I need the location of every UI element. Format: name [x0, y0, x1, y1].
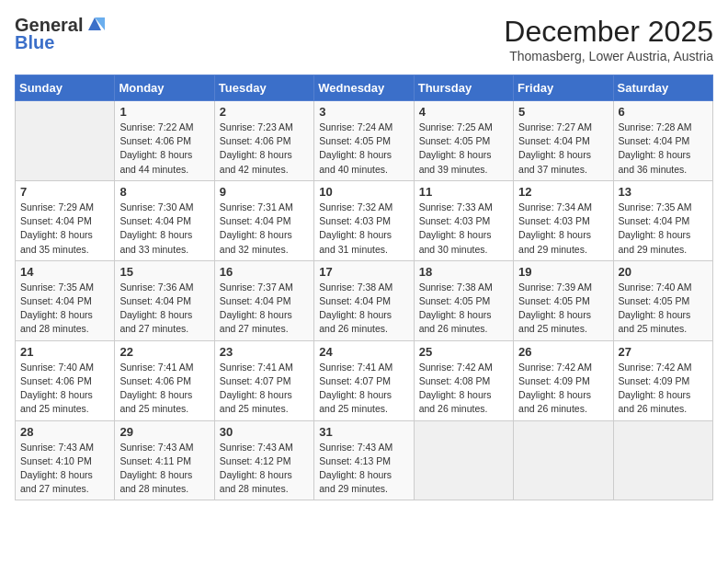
calendar-week-row: 14Sunrise: 7:35 AM Sunset: 4:04 PM Dayli… [16, 260, 713, 340]
calendar-cell: 2Sunrise: 7:23 AM Sunset: 4:06 PM Daylig… [214, 101, 313, 181]
header-saturday: Saturday [613, 75, 712, 101]
calendar-cell: 6Sunrise: 7:28 AM Sunset: 4:04 PM Daylig… [613, 101, 712, 181]
cell-content: Sunrise: 7:43 AM Sunset: 4:11 PM Dayligh… [119, 441, 209, 497]
calendar-cell [514, 420, 613, 500]
logo: General Blue [15, 15, 105, 53]
cell-content: Sunrise: 7:22 AM Sunset: 4:06 PM Dayligh… [119, 121, 209, 177]
calendar-cell: 1Sunrise: 7:22 AM Sunset: 4:06 PM Daylig… [115, 101, 214, 181]
calendar-cell: 25Sunrise: 7:42 AM Sunset: 4:08 PM Dayli… [414, 340, 513, 420]
cell-content: Sunrise: 7:33 AM Sunset: 4:03 PM Dayligh… [419, 201, 508, 257]
title-area: December 2025 Thomasberg, Lower Austria,… [504, 15, 713, 63]
calendar-cell: 5Sunrise: 7:27 AM Sunset: 4:04 PM Daylig… [514, 101, 613, 181]
calendar-cell: 17Sunrise: 7:38 AM Sunset: 4:04 PM Dayli… [314, 260, 414, 340]
header-sunday: Sunday [16, 75, 115, 101]
cell-content: Sunrise: 7:32 AM Sunset: 4:03 PM Dayligh… [319, 201, 408, 257]
calendar-cell: 29Sunrise: 7:43 AM Sunset: 4:11 PM Dayli… [115, 420, 214, 500]
cell-content: Sunrise: 7:24 AM Sunset: 4:05 PM Dayligh… [319, 121, 408, 177]
calendar-cell: 7Sunrise: 7:29 AM Sunset: 4:04 PM Daylig… [16, 180, 115, 260]
cell-content: Sunrise: 7:42 AM Sunset: 4:09 PM Dayligh… [518, 361, 608, 417]
day-number: 26 [518, 345, 608, 359]
day-number: 28 [20, 425, 109, 439]
day-number: 8 [119, 185, 209, 199]
cell-content: Sunrise: 7:43 AM Sunset: 4:12 PM Dayligh… [220, 441, 309, 497]
cell-content: Sunrise: 7:23 AM Sunset: 4:06 PM Dayligh… [220, 121, 309, 177]
day-number: 16 [220, 265, 309, 279]
cell-content: Sunrise: 7:43 AM Sunset: 4:13 PM Dayligh… [319, 441, 408, 497]
cell-content: Sunrise: 7:37 AM Sunset: 4:04 PM Dayligh… [220, 281, 309, 337]
header-wednesday: Wednesday [314, 75, 414, 101]
day-number: 9 [220, 185, 309, 199]
calendar-cell: 18Sunrise: 7:38 AM Sunset: 4:05 PM Dayli… [414, 260, 513, 340]
cell-content: Sunrise: 7:38 AM Sunset: 4:04 PM Dayligh… [319, 281, 408, 337]
day-number: 6 [619, 105, 708, 119]
calendar-cell: 24Sunrise: 7:41 AM Sunset: 4:07 PM Dayli… [314, 340, 414, 420]
day-number: 11 [419, 185, 508, 199]
header-tuesday: Tuesday [214, 75, 313, 101]
cell-content: Sunrise: 7:41 AM Sunset: 4:06 PM Dayligh… [119, 361, 209, 417]
calendar-week-row: 28Sunrise: 7:43 AM Sunset: 4:10 PM Dayli… [16, 420, 713, 500]
calendar-cell [16, 101, 115, 181]
day-number: 21 [20, 345, 109, 359]
header-monday: Monday [115, 75, 214, 101]
calendar-table: SundayMondayTuesdayWednesdayThursdayFrid… [15, 75, 713, 500]
header-thursday: Thursday [414, 75, 513, 101]
day-number: 19 [518, 265, 608, 279]
day-number: 27 [619, 345, 708, 359]
calendar-cell: 16Sunrise: 7:37 AM Sunset: 4:04 PM Dayli… [214, 260, 313, 340]
day-number: 30 [220, 425, 309, 439]
header-friday: Friday [514, 75, 613, 101]
day-number: 22 [119, 345, 209, 359]
calendar-week-row: 1Sunrise: 7:22 AM Sunset: 4:06 PM Daylig… [16, 101, 713, 181]
day-number: 31 [319, 425, 408, 439]
calendar-cell: 30Sunrise: 7:43 AM Sunset: 4:12 PM Dayli… [214, 420, 313, 500]
day-number: 14 [20, 265, 109, 279]
calendar-cell: 21Sunrise: 7:40 AM Sunset: 4:06 PM Dayli… [16, 340, 115, 420]
day-number: 23 [220, 345, 309, 359]
calendar-cell: 3Sunrise: 7:24 AM Sunset: 4:05 PM Daylig… [314, 101, 414, 181]
calendar-cell: 23Sunrise: 7:41 AM Sunset: 4:07 PM Dayli… [214, 340, 313, 420]
cell-content: Sunrise: 7:40 AM Sunset: 4:05 PM Dayligh… [619, 281, 708, 337]
calendar-cell: 11Sunrise: 7:33 AM Sunset: 4:03 PM Dayli… [414, 180, 513, 260]
calendar-header-row: SundayMondayTuesdayWednesdayThursdayFrid… [16, 75, 713, 101]
calendar-cell: 31Sunrise: 7:43 AM Sunset: 4:13 PM Dayli… [314, 420, 414, 500]
cell-content: Sunrise: 7:36 AM Sunset: 4:04 PM Dayligh… [119, 281, 209, 337]
day-number: 15 [119, 265, 209, 279]
cell-content: Sunrise: 7:28 AM Sunset: 4:04 PM Dayligh… [619, 121, 708, 177]
calendar-cell: 22Sunrise: 7:41 AM Sunset: 4:06 PM Dayli… [115, 340, 214, 420]
cell-content: Sunrise: 7:38 AM Sunset: 4:05 PM Dayligh… [419, 281, 508, 337]
calendar-cell: 19Sunrise: 7:39 AM Sunset: 4:05 PM Dayli… [514, 260, 613, 340]
cell-content: Sunrise: 7:35 AM Sunset: 4:04 PM Dayligh… [619, 201, 708, 257]
calendar-cell: 26Sunrise: 7:42 AM Sunset: 4:09 PM Dayli… [514, 340, 613, 420]
calendar-cell: 14Sunrise: 7:35 AM Sunset: 4:04 PM Dayli… [16, 260, 115, 340]
cell-content: Sunrise: 7:41 AM Sunset: 4:07 PM Dayligh… [319, 361, 408, 417]
day-number: 25 [419, 345, 508, 359]
day-number: 20 [619, 265, 708, 279]
calendar-cell: 8Sunrise: 7:30 AM Sunset: 4:04 PM Daylig… [115, 180, 214, 260]
calendar-cell: 15Sunrise: 7:36 AM Sunset: 4:04 PM Dayli… [115, 260, 214, 340]
cell-content: Sunrise: 7:27 AM Sunset: 4:04 PM Dayligh… [518, 121, 608, 177]
day-number: 18 [419, 265, 508, 279]
cell-content: Sunrise: 7:30 AM Sunset: 4:04 PM Dayligh… [119, 201, 209, 257]
day-number: 5 [518, 105, 608, 119]
day-number: 4 [419, 105, 508, 119]
day-number: 2 [220, 105, 309, 119]
calendar-cell [414, 420, 513, 500]
cell-content: Sunrise: 7:25 AM Sunset: 4:05 PM Dayligh… [419, 121, 508, 177]
day-number: 24 [319, 345, 408, 359]
calendar-cell [613, 420, 712, 500]
cell-content: Sunrise: 7:42 AM Sunset: 4:08 PM Dayligh… [419, 361, 508, 417]
cell-content: Sunrise: 7:29 AM Sunset: 4:04 PM Dayligh… [20, 201, 109, 257]
day-number: 13 [619, 185, 708, 199]
calendar-cell: 20Sunrise: 7:40 AM Sunset: 4:05 PM Dayli… [613, 260, 712, 340]
cell-content: Sunrise: 7:34 AM Sunset: 4:03 PM Dayligh… [518, 201, 608, 257]
cell-content: Sunrise: 7:35 AM Sunset: 4:04 PM Dayligh… [20, 281, 109, 337]
cell-content: Sunrise: 7:41 AM Sunset: 4:07 PM Dayligh… [220, 361, 309, 417]
cell-content: Sunrise: 7:39 AM Sunset: 4:05 PM Dayligh… [518, 281, 608, 337]
calendar-cell: 12Sunrise: 7:34 AM Sunset: 4:03 PM Dayli… [514, 180, 613, 260]
day-number: 29 [119, 425, 209, 439]
calendar-week-row: 21Sunrise: 7:40 AM Sunset: 4:06 PM Dayli… [16, 340, 713, 420]
day-number: 1 [119, 105, 209, 119]
day-number: 3 [319, 105, 408, 119]
cell-content: Sunrise: 7:42 AM Sunset: 4:09 PM Dayligh… [619, 361, 708, 417]
day-number: 12 [518, 185, 608, 199]
